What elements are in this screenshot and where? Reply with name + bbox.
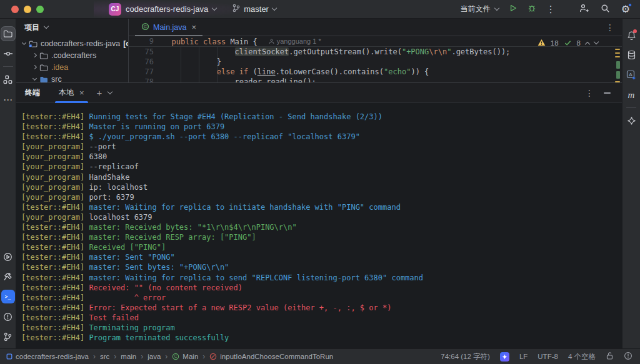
- gradle-tool-button[interactable]: [624, 114, 638, 127]
- terminal-line-prefix: [your_program]: [21, 193, 84, 202]
- line-separator-widget[interactable]: LF: [519, 353, 528, 360]
- editor-tab-main-java[interactable]: C Main.java ×: [135, 19, 202, 36]
- code-text: public class Main {yangguang 1 *: [154, 36, 321, 46]
- database-tool-button[interactable]: [624, 48, 638, 62]
- translation-tool-button[interactable]: A: [624, 68, 638, 82]
- tree-item[interactable]: .idea: [16, 61, 128, 73]
- breadcrumb-separator: ›: [114, 352, 116, 361]
- chevron-right-icon[interactable]: [32, 53, 37, 57]
- zoom-window-button[interactable]: [36, 6, 44, 13]
- next-problem-button[interactable]: [594, 39, 599, 44]
- module-root-icon: [29, 40, 38, 47]
- caret-position[interactable]: 74:64 (12 字符): [441, 352, 490, 362]
- terminal-output[interactable]: [tester::#EH4] Running tests for Stage #…: [16, 103, 622, 348]
- terminal-line-prefix: [tester::#EH4]: [21, 313, 84, 322]
- indent-widget[interactable]: 4 个空格: [568, 352, 596, 362]
- chevron-down-icon[interactable]: [32, 76, 37, 81]
- terminal-line-text: Received: "" (no content received): [84, 283, 242, 292]
- notifications-button[interactable]: [624, 28, 638, 42]
- project-widget[interactable]: CJ codecrafters-redis-java: [109, 3, 216, 16]
- chevron-down-icon[interactable]: [22, 41, 26, 45]
- project-tool-button[interactable]: [1, 27, 15, 41]
- author-annotation: yangguang 1 *: [269, 36, 321, 47]
- more-actions-button[interactable]: ⋮: [546, 4, 556, 14]
- breadcrumb-label: main: [121, 353, 136, 360]
- terminal-tool-button[interactable]: >_: [1, 290, 15, 303]
- run-configuration-label: 当前文件: [461, 4, 491, 14]
- project-icon: CJ: [109, 3, 121, 16]
- terminal-line-text: master: Waiting for replica to initiate …: [84, 203, 401, 212]
- terminal-panel: 终端 本地 × + ⋮ [tester::#EH4] Running tests…: [16, 83, 622, 348]
- breadcrumb-item[interactable]: CMain: [172, 353, 198, 360]
- code-text: else if (line.toLowerCase().contains("ec…: [154, 67, 429, 77]
- folder-icon: [39, 64, 48, 71]
- close-icon[interactable]: ×: [79, 88, 84, 97]
- terminal-tab-local[interactable]: 本地 ×: [54, 83, 89, 103]
- breadcrumb-item[interactable]: main: [121, 353, 136, 360]
- tree-item[interactable]: codecrafters-redis-java [codec: [16, 37, 128, 49]
- breadcrumb-item[interactable]: inputIoAndChooseCommandToRun: [209, 353, 333, 360]
- tree-item[interactable]: .codecrafters: [16, 49, 128, 61]
- chevron-down-icon[interactable]: [108, 89, 112, 94]
- branch-name: master: [244, 4, 269, 14]
- terminal-line: [tester::#EH4] master: Sent bytes: "+PON…: [21, 262, 622, 272]
- previous-problem-button[interactable]: [585, 41, 590, 46]
- inspections-widget[interactable]: 18 8: [538, 39, 598, 47]
- editor-panel: C Main.java × ⋮ 9 public class Main {yan…: [129, 19, 622, 82]
- ide-window: CJ codecrafters-redis-java master 当前文件 ⋮…: [0, 0, 640, 364]
- code-with-me-button[interactable]: [579, 4, 589, 14]
- encoding-widget[interactable]: UTF-8: [538, 353, 558, 360]
- build-tool-button[interactable]: [1, 270, 15, 283]
- terminal-line-prefix: [tester::#EH4]: [21, 263, 84, 272]
- settings-notification-dot: [628, 3, 632, 7]
- git-tool-button[interactable]: [1, 330, 15, 343]
- tree-item-label: .codecrafters: [51, 51, 96, 60]
- terminal-line-prefix: [tester::#EH4]: [21, 323, 84, 332]
- run-tool-button[interactable]: [1, 250, 15, 263]
- terminal-line-prefix: [your_program]: [21, 162, 84, 171]
- minimize-window-button[interactable]: [24, 6, 31, 13]
- tree-item[interactable]: src: [16, 73, 128, 82]
- breadcrumb-item[interactable]: src: [100, 353, 109, 360]
- chevron-right-icon[interactable]: [32, 65, 37, 69]
- terminal-options-button[interactable]: ⋮: [585, 89, 594, 97]
- editor-tab-options-button[interactable]: ⋮: [606, 22, 622, 32]
- terminal-line: [tester::#EH4] Terminating program: [21, 323, 622, 333]
- unlock-icon[interactable]: [606, 352, 614, 362]
- hide-panel-button[interactable]: [604, 92, 611, 94]
- branch-widget[interactable]: master: [232, 4, 276, 14]
- close-icon[interactable]: ×: [192, 22, 197, 32]
- settings-button[interactable]: ⚙: [621, 4, 630, 14]
- terminal-line: [tester::#EH4] Received: "" (no content …: [21, 283, 622, 293]
- more-tool-windows-button[interactable]: ⋯: [1, 92, 15, 106]
- editor-content[interactable]: 9 public class Main {yangguang 1 * 75 cl…: [129, 36, 622, 82]
- code-text: }: [154, 57, 221, 67]
- terminal-line-prefix: [tester::#EH4]: [21, 233, 84, 242]
- run-configuration-selector[interactable]: 当前文件: [461, 4, 499, 14]
- terminal-line-prefix: [tester::#EH4]: [21, 243, 84, 252]
- structure-tool-button[interactable]: [1, 72, 15, 86]
- right-tool-stripe: A m: [622, 19, 640, 348]
- breadcrumb-item[interactable]: java: [148, 353, 161, 360]
- chevron-down-icon: [272, 5, 277, 10]
- breadcrumb: codecrafters-redis-java›src›main›java›CM…: [6, 352, 333, 361]
- problems-tool-button[interactable]: [1, 310, 15, 323]
- weak-warning-count: 8: [577, 39, 581, 47]
- debug-button[interactable]: [528, 4, 536, 14]
- plugin-status-icon[interactable]: [500, 352, 509, 362]
- terminal-line-text: master: Sent bytes: "+PONG\r\n": [84, 263, 229, 272]
- terminal-line-text: Running tests for Stage #EH4 (Replicatio…: [84, 112, 382, 121]
- inspections-status-icon[interactable]: [624, 352, 632, 362]
- terminal-line-prefix: [your_program]: [21, 152, 84, 161]
- project-panel-header[interactable]: 项目: [16, 19, 128, 36]
- maven-tool-button[interactable]: m: [624, 88, 638, 102]
- close-window-button[interactable]: [11, 6, 19, 13]
- breadcrumb-item[interactable]: codecrafters-redis-java: [6, 353, 89, 360]
- terminal-line-text: master: Sent "PONG": [84, 253, 175, 262]
- commit-tool-button[interactable]: [1, 47, 15, 61]
- new-terminal-button[interactable]: +: [97, 87, 102, 98]
- run-button[interactable]: [509, 4, 518, 14]
- search-everywhere-button[interactable]: [601, 4, 610, 15]
- line-number: 77: [129, 67, 154, 77]
- stripe-divider: [626, 107, 636, 108]
